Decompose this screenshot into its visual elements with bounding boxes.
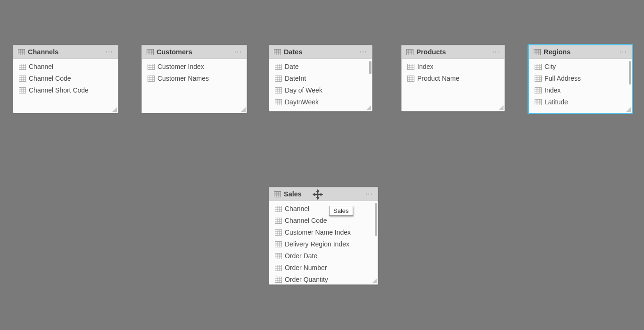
table-regions[interactable]: Regions ··· City Full Address Index Lati… <box>528 45 632 113</box>
table-header-regions[interactable]: Regions ··· <box>529 45 632 59</box>
table-header-dates[interactable]: Dates ··· <box>269 45 372 59</box>
field-list: Channel Channel Code Customer Name Index… <box>269 201 378 284</box>
field-item[interactable]: Order Date <box>269 250 378 262</box>
table-title: Sales <box>284 190 364 198</box>
field-item[interactable]: Customer Names <box>142 73 247 85</box>
table-channels[interactable]: Channels ··· Channel Channel Code Channe… <box>13 45 118 113</box>
field-item[interactable]: Index <box>529 85 632 96</box>
field-item[interactable]: Channel <box>13 61 118 73</box>
column-icon <box>535 64 542 70</box>
field-item[interactable]: Product Name <box>402 73 504 85</box>
field-item[interactable]: Latitude <box>529 96 632 108</box>
svg-rect-125 <box>275 254 282 259</box>
column-icon <box>275 87 282 93</box>
scrollbar-thumb[interactable] <box>629 61 631 85</box>
field-item[interactable]: Channel Code <box>269 215 378 227</box>
field-label: Customer Name Index <box>285 228 351 237</box>
column-icon <box>275 277 282 283</box>
field-list: Channel Channel Code Channel Short Code <box>13 59 118 113</box>
field-item[interactable]: Order Number <box>269 262 378 274</box>
column-icon <box>275 76 282 82</box>
model-canvas[interactable]: Channels ··· Channel Channel Code Channe… <box>0 0 644 330</box>
svg-rect-20 <box>147 49 154 55</box>
field-item[interactable]: Day of Week <box>269 85 372 96</box>
scrollbar-thumb[interactable] <box>375 203 377 236</box>
column-icon <box>275 265 282 271</box>
column-icon <box>407 76 414 82</box>
svg-rect-100 <box>274 191 281 197</box>
table-header-channels[interactable]: Channels ··· <box>13 45 118 59</box>
table-customers[interactable]: Customers ··· Customer Index Customer Na… <box>141 45 247 113</box>
field-label: Channel <box>29 62 53 72</box>
field-list: Date DateInt Day of Week DayInWeek <box>269 59 372 111</box>
column-icon <box>275 218 282 224</box>
table-icon <box>274 49 281 55</box>
field-label: Order Date <box>285 251 317 261</box>
field-item[interactable]: Channel Short Code <box>13 85 118 96</box>
field-label: DateInt <box>285 74 306 84</box>
more-options-button[interactable]: ··· <box>619 48 628 56</box>
field-item[interactable]: Customer Name Index <box>269 227 378 238</box>
svg-rect-130 <box>275 265 282 271</box>
table-icon <box>534 49 541 55</box>
field-list: Customer Index Customer Names <box>142 59 247 113</box>
svg-rect-10 <box>19 76 26 82</box>
scrollbar-thumb[interactable] <box>369 61 372 74</box>
field-label: Channel <box>285 204 309 214</box>
svg-rect-5 <box>19 64 26 70</box>
table-icon <box>274 191 281 197</box>
table-products[interactable]: Products ··· Index Product Name <box>401 45 505 111</box>
field-label: Product Name <box>417 74 459 84</box>
svg-rect-80 <box>535 64 542 70</box>
more-options-button[interactable]: ··· <box>105 48 114 56</box>
field-item[interactable]: DayInWeek <box>269 96 372 108</box>
field-label: City <box>545 62 556 72</box>
svg-rect-120 <box>275 242 282 247</box>
field-item[interactable]: Order Quantity <box>269 274 378 284</box>
column-icon <box>19 87 26 93</box>
svg-rect-50 <box>275 88 282 93</box>
more-options-button[interactable]: ··· <box>364 190 374 198</box>
svg-rect-105 <box>275 206 282 212</box>
field-label: Index <box>545 85 561 95</box>
svg-rect-115 <box>275 230 282 236</box>
field-item[interactable]: Channel <box>269 203 378 215</box>
field-item[interactable]: Delivery Region Index <box>269 238 378 250</box>
table-icon <box>18 49 25 55</box>
table-sales[interactable]: Sales ··· Channel Channel Code Customer … <box>269 187 378 285</box>
table-title: Customers <box>157 48 233 56</box>
table-icon <box>406 49 413 55</box>
more-options-button[interactable]: ··· <box>359 48 368 56</box>
field-label: Channel Code <box>29 74 71 84</box>
field-list: Index Product Name <box>402 59 504 111</box>
field-item[interactable]: Date <box>269 61 372 73</box>
svg-rect-70 <box>408 76 414 82</box>
table-header-customers[interactable]: Customers ··· <box>142 45 247 59</box>
table-header-products[interactable]: Products ··· <box>402 45 504 59</box>
field-label: Delivery Region Index <box>285 239 349 249</box>
column-icon <box>148 64 155 70</box>
table-header-sales[interactable]: Sales ··· <box>269 187 378 201</box>
table-title: Products <box>416 48 491 56</box>
field-item[interactable]: Customer Index <box>142 61 247 73</box>
column-icon <box>148 76 155 82</box>
field-label: DayInWeek <box>285 97 319 107</box>
field-item[interactable]: Index <box>402 61 504 73</box>
svg-rect-85 <box>535 76 542 82</box>
field-label: Day of Week <box>285 85 322 95</box>
column-icon <box>275 241 282 247</box>
svg-rect-45 <box>275 76 282 82</box>
table-dates[interactable]: Dates ··· Date DateInt Day of Week DayIn… <box>269 45 372 111</box>
more-options-button[interactable]: ··· <box>233 48 243 56</box>
more-options-button[interactable]: ··· <box>491 48 501 56</box>
column-icon <box>275 229 282 236</box>
column-icon <box>535 87 542 93</box>
column-icon <box>275 206 282 212</box>
field-item[interactable]: Channel Code <box>13 73 118 85</box>
field-item[interactable]: Full Address <box>529 73 632 85</box>
column-icon <box>275 99 282 105</box>
field-item[interactable]: City <box>529 61 632 73</box>
field-label: Order Quantity <box>285 275 328 284</box>
field-item[interactable]: DateInt <box>269 73 372 85</box>
field-label: Channel Code <box>285 216 327 226</box>
